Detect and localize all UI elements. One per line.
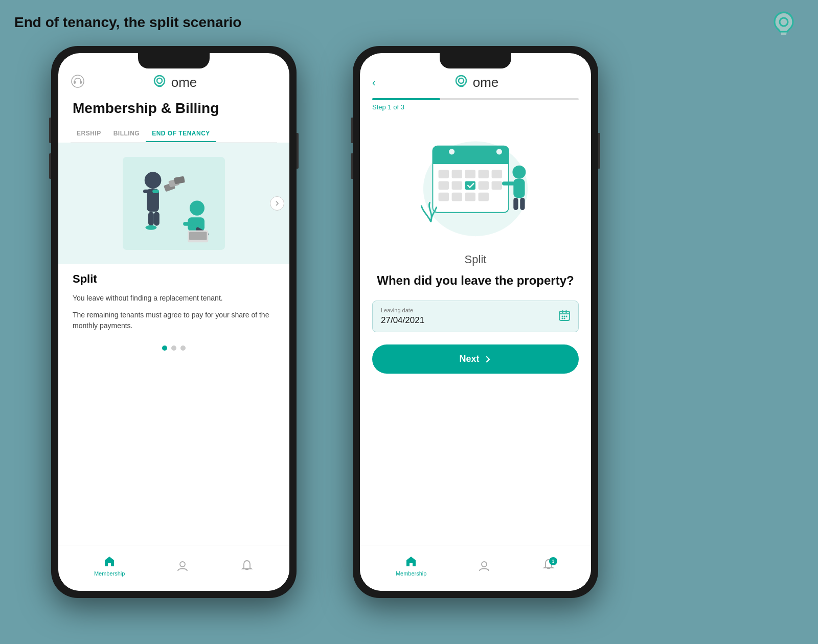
svg-rect-48 [502, 181, 515, 185]
svg-point-17 [190, 201, 204, 216]
svg-rect-43 [452, 193, 462, 201]
svg-point-4 [154, 76, 165, 86]
svg-point-23 [180, 562, 185, 567]
svg-rect-2 [74, 81, 76, 84]
right-nav-notifications[interactable]: 3 [542, 558, 555, 573]
notch [138, 53, 210, 68]
svg-rect-12 [154, 212, 160, 225]
left-phone-content: ome Membership & Billing ERSHIP BILLING … [58, 53, 289, 591]
split-illustration [123, 155, 225, 252]
page-title: End of tenancy, the split scenario [14, 14, 241, 31]
svg-rect-53 [565, 310, 567, 313]
svg-point-57 [562, 318, 563, 319]
right-bottom-nav: Membership [360, 545, 591, 591]
svg-rect-50 [520, 198, 525, 210]
svg-point-55 [564, 316, 565, 317]
svg-rect-38 [452, 181, 462, 190]
svg-rect-35 [479, 170, 489, 178]
svg-rect-39 [465, 181, 475, 190]
next-slide-button[interactable] [270, 196, 284, 211]
svg-point-7 [145, 172, 162, 189]
svg-rect-36 [492, 170, 502, 178]
svg-rect-40 [479, 181, 489, 190]
svg-rect-11 [148, 212, 154, 225]
right-scenario-name: Split [372, 253, 579, 266]
left-nav-membership-label: Membership [94, 570, 125, 577]
right-phone-content: ‹ ome Step 1 of 3 [360, 53, 591, 591]
right-logo-text: ome [473, 75, 499, 90]
svg-rect-44 [465, 193, 475, 201]
right-nav-membership[interactable]: Membership [396, 555, 427, 577]
left-illustration [58, 143, 289, 264]
svg-point-59 [482, 562, 487, 567]
svg-rect-19 [183, 222, 192, 225]
svg-rect-9 [143, 190, 150, 193]
dot-2 [171, 346, 176, 351]
svg-rect-41 [492, 181, 502, 190]
dot-3 [180, 346, 186, 351]
svg-rect-49 [513, 198, 518, 210]
svg-point-25 [459, 78, 464, 83]
svg-point-30 [449, 149, 455, 154]
left-phone-screen: ome Membership & Billing ERSHIP BILLING … [58, 53, 289, 591]
right-nav-membership-label: Membership [396, 570, 427, 577]
right-nav-account[interactable] [478, 559, 491, 572]
left-phone: ome Membership & Billing ERSHIP BILLING … [51, 46, 297, 598]
svg-rect-6 [123, 157, 225, 250]
right-phone: ‹ ome Step 1 of 3 [353, 46, 598, 598]
question-title: When did you leave the property? [372, 272, 579, 288]
left-logo-text: ome [171, 75, 197, 90]
split-content: Split You leave without finding a replac… [71, 264, 277, 591]
left-nav-membership[interactable]: Membership [94, 555, 125, 577]
svg-rect-10 [152, 190, 159, 193]
step-label: Step 1 of 3 [372, 103, 579, 111]
left-nav-account[interactable] [176, 559, 189, 572]
right-illustration [372, 115, 579, 253]
bell-wrapper: 3 [542, 558, 555, 573]
svg-rect-45 [479, 193, 489, 201]
tab-billing[interactable]: BILLING [107, 126, 146, 142]
tab-end-of-tenancy[interactable]: END OF TENANCY [146, 126, 216, 142]
svg-point-54 [562, 316, 563, 317]
notification-badge: 3 [549, 557, 557, 565]
svg-rect-42 [439, 193, 449, 201]
split-desc-2: The remaining tenants must agree to pay … [73, 310, 275, 331]
split-desc-1: You leave without finding a replacement … [73, 293, 275, 304]
progress-track [372, 98, 579, 100]
svg-rect-3 [80, 81, 82, 84]
dot-1 [162, 346, 167, 351]
tabs-row: ERSHIP BILLING END OF TENANCY [71, 126, 277, 143]
headset-icon[interactable] [71, 74, 85, 90]
next-button-label: Next [459, 354, 479, 364]
back-button[interactable]: ‹ [372, 77, 376, 88]
svg-rect-37 [439, 181, 449, 190]
progress-fill [372, 98, 440, 100]
carousel-dots [73, 337, 275, 359]
left-bottom-nav: Membership [58, 545, 289, 591]
right-phone-screen: ‹ ome Step 1 of 3 [360, 53, 591, 591]
left-nav-notifications[interactable] [240, 559, 254, 572]
brand-logo-top [770, 9, 798, 39]
right-app-header: ‹ ome [372, 74, 579, 91]
svg-rect-33 [452, 170, 462, 178]
left-page-heading: Membership & Billing [71, 100, 277, 117]
svg-rect-29 [433, 158, 509, 164]
calendar-icon [558, 309, 571, 324]
tab-membership[interactable]: ERSHIP [71, 126, 107, 142]
svg-point-46 [512, 166, 526, 179]
right-notch [440, 53, 511, 68]
ome-logo-left: ome [151, 74, 197, 91]
svg-point-13 [146, 225, 157, 230]
svg-point-56 [566, 316, 567, 317]
svg-rect-22 [189, 232, 207, 240]
right-phone-body: ‹ ome Step 1 of 3 [353, 46, 598, 598]
progress-bar-area: Step 1 of 3 [372, 98, 579, 111]
calendar-illustration [409, 125, 542, 243]
svg-point-58 [564, 318, 565, 319]
split-title: Split [73, 272, 275, 286]
left-app-header: ome [71, 74, 277, 91]
svg-rect-52 [562, 310, 563, 313]
svg-rect-47 [513, 179, 525, 198]
date-field[interactable]: Leaving date 27/04/2021 [372, 301, 579, 332]
next-button[interactable]: Next [372, 344, 579, 374]
